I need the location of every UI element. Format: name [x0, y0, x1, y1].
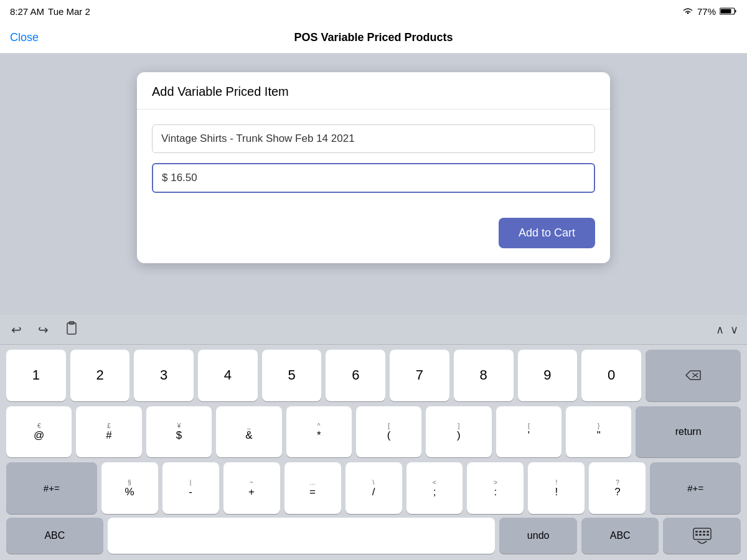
svg-line-16	[698, 541, 702, 544]
keyboard-toolbar: ↩ ↪ ∧ ∨	[0, 315, 747, 345]
key-8[interactable]: 8	[454, 350, 514, 401]
abc-left-label: ABC	[44, 530, 65, 541]
keyboard-keys: 1 2 3 4 5 6 7 8 9 0 €@	[0, 345, 747, 518]
undo-label: undo	[527, 530, 550, 541]
key-row-numbers: 1 2 3 4 5 6 7 8 9 0	[6, 350, 741, 401]
wifi-icon	[682, 7, 693, 16]
key-star[interactable]: ^*	[286, 406, 352, 458]
modal-header: Add Variable Priced Item	[137, 72, 610, 110]
bottom-row: ABC undo ABC	[0, 518, 747, 560]
battery-icon	[720, 7, 737, 16]
key-at[interactable]: €@	[6, 406, 72, 458]
key-6[interactable]: 6	[326, 350, 385, 401]
key-2[interactable]: 2	[70, 350, 130, 401]
key-rparen[interactable]: ])	[426, 406, 491, 458]
abc-right-label: ABC	[610, 530, 631, 541]
key-percent[interactable]: §%	[101, 462, 158, 514]
backspace-icon	[684, 369, 702, 381]
keyboard-area: ↩ ↪ ∧ ∨ 1 2 3 4 5 6 7 8 9 0	[0, 315, 747, 560]
key-hash[interactable]: £#	[76, 406, 141, 458]
svg-rect-14	[703, 534, 705, 536]
svg-rect-13	[699, 534, 702, 536]
chevron-up-button[interactable]: ∧	[716, 323, 724, 337]
svg-rect-11	[707, 531, 709, 533]
modal-body	[137, 110, 610, 208]
close-button[interactable]: Close	[10, 31, 39, 44]
key-row-symbols2: #+= §% |- ~+ …= \/ <; >:	[6, 462, 741, 514]
key-semicolon[interactable]: <;	[406, 462, 463, 514]
nav-bar: Close POS Variable Priced Products	[0, 22, 747, 54]
status-left: 8:27 AM Tue Mar 2	[10, 6, 90, 17]
key-5[interactable]: 5	[262, 350, 322, 401]
key-quote[interactable]: {'	[496, 406, 561, 458]
key-dollar[interactable]: ¥$	[146, 406, 212, 458]
svg-rect-2	[735, 10, 736, 12]
key-lparen[interactable]: [(	[356, 406, 421, 458]
key-plus[interactable]: ~+	[223, 462, 280, 514]
key-4[interactable]: 4	[198, 350, 258, 401]
key-exclaim[interactable]: !!	[528, 462, 585, 514]
keyboard-hide-icon	[693, 528, 712, 544]
key-equals[interactable]: …=	[284, 462, 341, 514]
modal-footer: Add to Cart	[137, 208, 610, 263]
svg-rect-1	[721, 9, 731, 14]
add-to-cart-button[interactable]: Add to Cart	[499, 218, 595, 248]
main-area: Add Variable Priced Item Add to Cart	[0, 54, 747, 315]
date-display: Tue Mar 2	[48, 6, 90, 17]
key-abc-right[interactable]: ABC	[581, 518, 659, 554]
key-question[interactable]: ??	[589, 462, 646, 514]
svg-rect-12	[695, 534, 698, 536]
svg-rect-15	[707, 534, 709, 536]
key-3[interactable]: 3	[134, 350, 194, 401]
redo-button[interactable]: ↪	[35, 320, 51, 340]
paste-button[interactable]	[62, 318, 81, 341]
key-keyboard[interactable]	[663, 518, 741, 554]
page-title: POS Variable Priced Products	[294, 31, 453, 44]
status-right: 77%	[682, 6, 737, 17]
key-undo[interactable]: undo	[499, 518, 577, 554]
undo-button[interactable]: ↩	[9, 320, 24, 340]
key-backspace[interactable]	[646, 350, 741, 401]
key-dquote[interactable]: }"	[566, 406, 631, 458]
key-colon[interactable]: >:	[467, 462, 524, 514]
key-shift-right[interactable]: #+=	[650, 462, 741, 514]
key-9[interactable]: 9	[518, 350, 578, 401]
key-shift-left[interactable]: #+=	[6, 462, 97, 514]
key-1[interactable]: 1	[6, 350, 66, 401]
time-display: 8:27 AM	[10, 6, 44, 17]
clipboard-icon	[65, 320, 78, 335]
chevron-down-button[interactable]: ∨	[730, 323, 738, 337]
toolbar-left: ↩ ↪	[9, 318, 81, 341]
item-name-input[interactable]	[152, 124, 595, 153]
toolbar-right: ∧ ∨	[716, 323, 738, 337]
key-space[interactable]	[108, 518, 496, 554]
svg-line-17	[702, 541, 707, 544]
key-7[interactable]: 7	[390, 350, 449, 401]
svg-rect-8	[695, 531, 698, 533]
status-bar: 8:27 AM Tue Mar 2 77%	[0, 0, 747, 22]
svg-rect-10	[703, 531, 705, 533]
key-minus[interactable]: |-	[162, 462, 219, 514]
key-row-symbols1: €@ £# ¥$ _& ^* [( ]) {'	[6, 406, 741, 458]
key-return[interactable]: return	[636, 406, 741, 458]
svg-rect-9	[699, 531, 702, 533]
price-input[interactable]	[152, 163, 595, 193]
battery-display: 77%	[697, 6, 716, 17]
modal-title: Add Variable Priced Item	[152, 85, 289, 98]
key-0[interactable]: 0	[581, 350, 641, 401]
key-amp[interactable]: _&	[216, 406, 281, 458]
key-abc-left[interactable]: ABC	[6, 518, 103, 554]
key-slash[interactable]: \/	[345, 462, 402, 514]
modal-card: Add Variable Priced Item Add to Cart	[137, 72, 610, 263]
